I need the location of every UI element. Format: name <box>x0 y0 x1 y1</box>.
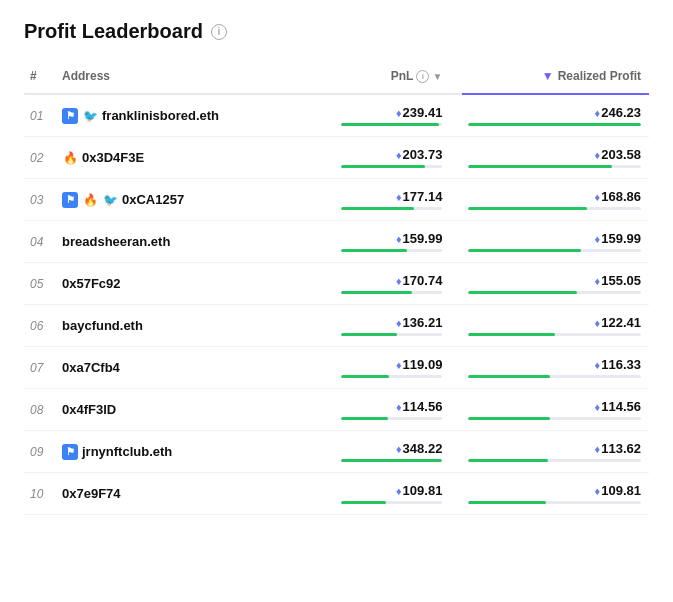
realized-bar-fill <box>468 417 549 420</box>
page-title: Profit Leaderboard <box>24 20 203 43</box>
pnl-cell: ♦119.09 <box>335 347 463 389</box>
rank-cell: 03 <box>24 179 56 221</box>
address-cell: 0x7e9F74 <box>56 473 335 515</box>
rank-cell: 08 <box>24 389 56 431</box>
leaderboard-table: # Address PnL i ▼ ▼ Realized Profit <box>24 61 649 515</box>
realized-bar-wrap <box>468 375 641 378</box>
pnl-bar-wrap <box>341 165 443 168</box>
realized-sort-underline <box>462 93 649 95</box>
eth-icon-pnl: ♦ <box>396 233 402 245</box>
table-row: 02 🔥 0x3D4F3E ♦203.73 ♦203.58 <box>24 137 649 179</box>
pin-badge: ⚑ <box>62 444 78 460</box>
realized-bar-wrap <box>468 249 641 252</box>
realized-value: 246.23 <box>601 105 641 120</box>
eth-icon-pnl: ♦ <box>396 359 402 371</box>
realized-cell: ♦114.56 <box>462 389 649 431</box>
realized-bar-wrap <box>468 417 641 420</box>
realized-value: 114.56 <box>601 399 641 414</box>
pnl-bar-wrap <box>341 249 443 252</box>
rank-cell: 07 <box>24 347 56 389</box>
address-cell: breadsheeran.eth <box>56 221 335 263</box>
rank-cell: 04 <box>24 221 56 263</box>
rank-cell: 02 <box>24 137 56 179</box>
table-body: 01 ⚑🐦 franklinisbored.eth ♦239.41 ♦246.2… <box>24 94 649 515</box>
realized-cell: ♦159.99 <box>462 221 649 263</box>
pnl-bar-wrap <box>341 207 443 210</box>
pnl-cell: ♦348.22 <box>335 431 463 473</box>
pnl-bar-fill <box>341 459 443 462</box>
rank-cell: 05 <box>24 263 56 305</box>
rank-value: 01 <box>30 109 43 123</box>
realized-cell: ♦155.05 <box>462 263 649 305</box>
pnl-bar-wrap <box>341 375 443 378</box>
eth-icon-pnl: ♦ <box>396 317 402 329</box>
pnl-cell: ♦170.74 <box>335 263 463 305</box>
rank-value: 04 <box>30 235 43 249</box>
address-value: 0x4fF3lD <box>62 402 116 417</box>
address-value: 0x57Fc92 <box>62 276 121 291</box>
pnl-value: 109.81 <box>403 483 443 498</box>
pnl-sort-arrow: ▼ <box>432 71 442 82</box>
realized-cell: ♦116.33 <box>462 347 649 389</box>
pnl-value: 114.56 <box>403 399 443 414</box>
rank-cell: 01 <box>24 94 56 137</box>
pnl-bar-wrap <box>341 291 443 294</box>
realized-bar-fill <box>468 291 577 294</box>
col-header-pnl[interactable]: PnL i ▼ <box>335 61 463 94</box>
pnl-cell: ♦177.14 <box>335 179 463 221</box>
address-value: franklinisbored.eth <box>102 108 219 123</box>
pnl-bar-fill <box>341 123 440 126</box>
table-row: 05 0x57Fc92 ♦170.74 ♦155.05 <box>24 263 649 305</box>
realized-value: 113.62 <box>601 441 641 456</box>
realized-cell: ♦203.58 <box>462 137 649 179</box>
rank-value: 08 <box>30 403 43 417</box>
realized-cell: ♦122.41 <box>462 305 649 347</box>
realized-value: 116.33 <box>601 357 641 372</box>
pin-badge: ⚑ <box>62 108 78 124</box>
twitter-badge: 🐦 <box>82 108 98 124</box>
table-row: 06 baycfund.eth ♦136.21 ♦122.41 <box>24 305 649 347</box>
table-row: 08 0x4fF3lD ♦114.56 ♦114.56 <box>24 389 649 431</box>
eth-icon-pnl: ♦ <box>396 443 402 455</box>
pnl-value: 136.21 <box>403 315 443 330</box>
realized-bar-wrap <box>468 123 641 126</box>
rank-cell: 06 <box>24 305 56 347</box>
pnl-cell: ♦136.21 <box>335 305 463 347</box>
eth-icon-realized: ♦ <box>595 275 601 287</box>
pnl-bar-fill <box>341 501 387 504</box>
pnl-bar-fill <box>341 417 389 420</box>
realized-value: 155.05 <box>601 273 641 288</box>
realized-bar-fill <box>468 375 549 378</box>
address-cell: ⚑🔥🐦 0xCA1257 <box>56 179 335 221</box>
profit-leaderboard-container: Profit Leaderboard i # Address PnL i ▼ <box>0 0 673 531</box>
rank-value: 07 <box>30 361 43 375</box>
pnl-bar-fill <box>341 333 397 336</box>
address-cell: 0x4fF3lD <box>56 389 335 431</box>
fire-badge: 🔥 <box>82 192 98 208</box>
eth-icon-realized: ♦ <box>595 317 601 329</box>
rank-value: 09 <box>30 445 43 459</box>
address-cell: baycfund.eth <box>56 305 335 347</box>
info-icon[interactable]: i <box>211 24 227 40</box>
table-header: # Address PnL i ▼ ▼ Realized Profit <box>24 61 649 94</box>
address-value: 0x3D4F3E <box>82 150 144 165</box>
eth-icon-realized: ♦ <box>595 107 601 119</box>
col-header-address: Address <box>56 61 335 94</box>
col-header-realized[interactable]: ▼ Realized Profit <box>462 61 649 94</box>
rank-value: 02 <box>30 151 43 165</box>
address-cell: ⚑ jrnynftclub.eth <box>56 431 335 473</box>
realized-cell: ♦109.81 <box>462 473 649 515</box>
pnl-bar-fill <box>341 207 414 210</box>
pnl-info-icon[interactable]: i <box>416 70 429 83</box>
realized-sort-arrow: ▼ <box>542 69 554 83</box>
realized-cell: ♦246.23 <box>462 94 649 137</box>
realized-value: 109.81 <box>601 483 641 498</box>
pnl-bar-fill <box>341 249 407 252</box>
eth-icon-realized: ♦ <box>595 191 601 203</box>
eth-icon-realized: ♦ <box>595 443 601 455</box>
pnl-bar-wrap <box>341 123 443 126</box>
realized-bar-fill <box>468 207 587 210</box>
rank-value: 05 <box>30 277 43 291</box>
address-cell: 0x57Fc92 <box>56 263 335 305</box>
rank-cell: 09 <box>24 431 56 473</box>
